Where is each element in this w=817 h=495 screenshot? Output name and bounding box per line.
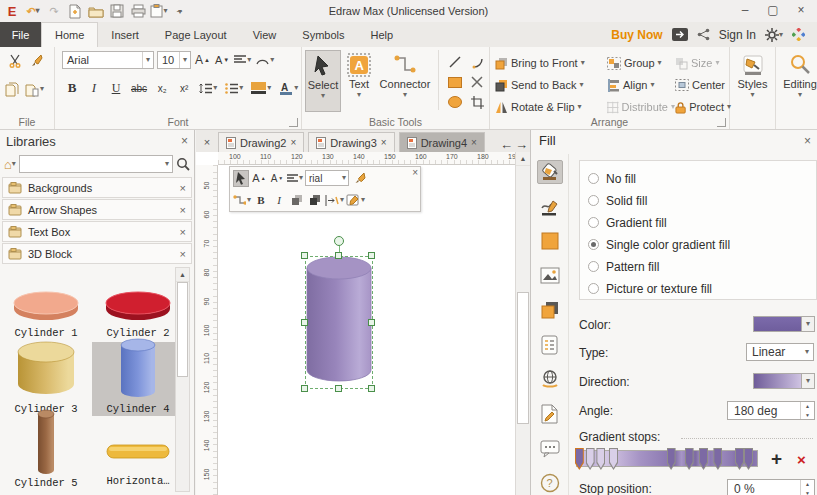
mini-italic-button[interactable]: I: [271, 192, 287, 209]
comment-tab-icon[interactable]: [537, 437, 563, 461]
distribute-button[interactable]: Distribute▾: [607, 97, 675, 117]
angle-down-icon[interactable]: ▼: [801, 411, 814, 420]
close-window-button[interactable]: ×: [787, 0, 815, 20]
gradient-stop-70[interactable]: [699, 448, 708, 470]
shape-cylinder-4[interactable]: Cylinder 4: [92, 342, 184, 416]
menu-tab-insert[interactable]: Insert: [98, 22, 152, 47]
mini-spacing-button[interactable]: ▾: [325, 192, 344, 209]
bullet-list-button[interactable]: ▾: [224, 79, 244, 97]
text-highlight-button[interactable]: ▾: [250, 79, 272, 97]
shadow-tab-icon[interactable]: [537, 298, 563, 322]
library-close-icon[interactable]: ×: [180, 182, 186, 194]
font-family-combo[interactable]: Arial ▾: [62, 51, 154, 69]
mini-format-painter-button[interactable]: [351, 170, 367, 187]
radio-icon[interactable]: [588, 195, 599, 206]
page-setup-tab-icon[interactable]: [537, 333, 563, 357]
fill-option-gradient-fill[interactable]: Gradient fill: [588, 213, 816, 232]
shape-cylinder-5[interactable]: Cylinder 5: [0, 416, 92, 490]
fill-option-solid-fill[interactable]: Solid fill: [588, 191, 816, 210]
menu-tab-home[interactable]: Home: [41, 22, 98, 47]
line-tool-button[interactable]: [447, 53, 463, 71]
font-dialog-launcher[interactable]: [289, 118, 298, 127]
fill-option-picture-or-texture-fill[interactable]: Picture or texture fill: [588, 279, 816, 298]
rotation-handle[interactable]: [334, 236, 344, 246]
resize-handle-ne[interactable]: [368, 252, 375, 259]
library-item-arrow-shapes[interactable]: Arrow Shapes×: [2, 199, 192, 220]
italic-button[interactable]: I: [86, 79, 102, 97]
rotate-flip-button[interactable]: Rotate & Flip▾: [495, 97, 607, 117]
resize-handle-sw[interactable]: [301, 385, 308, 392]
underline-button[interactable]: U: [108, 79, 124, 97]
resize-handle-s[interactable]: [335, 385, 342, 392]
direction-dropdown-icon[interactable]: ▾: [802, 373, 815, 389]
sidebar-scroll-up-icon[interactable]: ▲: [176, 268, 189, 282]
gradient-stop-78[interactable]: [713, 448, 722, 470]
radio-icon[interactable]: [588, 283, 599, 294]
shape-partial[interactable]: [92, 490, 184, 495]
gradient-stops-bar[interactable]: [576, 450, 758, 467]
mini-bold-button[interactable]: B: [253, 192, 269, 209]
bold-button[interactable]: B: [64, 79, 80, 97]
mini-align-button[interactable]: ▾: [287, 170, 303, 187]
stop-down-icon[interactable]: ▼: [801, 489, 814, 495]
font-color-button[interactable]: A▾: [278, 79, 299, 97]
cut-button[interactable]: [7, 52, 23, 70]
canvas-scroll-up-icon[interactable]: ▲: [516, 152, 530, 166]
text-align-button[interactable]: ▾: [233, 51, 252, 69]
shape-cylinder-1[interactable]: Cylinder 1: [0, 268, 92, 342]
styles-button[interactable]: Styles ▾: [731, 50, 775, 112]
library-home-button[interactable]: ⌂▾: [4, 157, 16, 172]
search-icon[interactable]: [176, 157, 190, 171]
file-menu-button[interactable]: File: [0, 22, 41, 47]
picture-tab-icon[interactable]: [537, 264, 563, 288]
drawing-tab-drawing2[interactable]: Drawing2×: [218, 132, 304, 152]
hyperlink-tab-icon[interactable]: [537, 368, 563, 392]
menu-tab-page-layout[interactable]: Page Layout: [152, 22, 240, 47]
canvas-vertical-scrollbar[interactable]: ▲: [515, 152, 530, 495]
library-close-icon[interactable]: ×: [180, 226, 186, 238]
resize-handle-se[interactable]: [368, 385, 375, 392]
color-dropdown-icon[interactable]: ▾: [802, 316, 815, 332]
language-pinwheel-icon[interactable]: [792, 28, 805, 41]
stop-up-icon[interactable]: ▲: [801, 480, 814, 489]
sidebar-scrollbar[interactable]: ▲: [175, 267, 190, 492]
tab-close-icon[interactable]: ×: [381, 137, 387, 148]
rectangle-tool-button[interactable]: [447, 73, 463, 91]
library-item-backgrounds[interactable]: Backgrounds×: [2, 177, 192, 198]
gradient-stop-62[interactable]: [685, 448, 694, 470]
fill-option-single-color-gradient-fill[interactable]: Single color gradient fill: [588, 235, 816, 254]
stop-position-spinner[interactable]: 0 % ▲▼: [727, 479, 815, 495]
resize-handle-e[interactable]: [368, 319, 375, 326]
angle-up-icon[interactable]: ▲: [801, 402, 814, 411]
tab-close-icon[interactable]: ×: [471, 137, 477, 148]
line-spacing-button[interactable]: ▾: [198, 79, 218, 97]
type-dropdown[interactable]: Linear▾: [746, 343, 814, 361]
mini-connector-button[interactable]: ▾: [233, 192, 251, 209]
shape-cylinder-3[interactable]: Cylinder 3: [0, 342, 92, 416]
subscript-button[interactable]: x₂: [154, 79, 170, 97]
library-close-icon[interactable]: ×: [180, 248, 186, 260]
bring-to-front-button[interactable]: Bring to Front▾: [495, 53, 607, 73]
editing-button[interactable]: Editing ▾: [778, 50, 817, 112]
angle-spinner[interactable]: 180 deg ▲▼: [727, 401, 815, 420]
library-close-icon[interactable]: ×: [180, 204, 186, 216]
superscript-button[interactable]: x²: [176, 79, 192, 97]
resize-handle-w[interactable]: [301, 319, 308, 326]
copy-button[interactable]: [4, 80, 20, 98]
delete-stop-button[interactable]: ×: [797, 451, 806, 468]
export-image-icon[interactable]: [672, 28, 688, 41]
libraries-close-icon[interactable]: ×: [181, 134, 188, 148]
resize-handle-nw[interactable]: [301, 252, 308, 259]
connector-tool-button[interactable]: Connector ▾: [377, 50, 433, 112]
sidebar-scroll-thumb[interactable]: [177, 282, 188, 377]
menu-tab-help[interactable]: Help: [357, 22, 406, 47]
center-button[interactable]: Center: [675, 75, 731, 95]
canvas-scroll-thumb[interactable]: [517, 292, 529, 424]
library-search-input[interactable]: ▾: [19, 155, 173, 173]
crop-tool-button[interactable]: [469, 93, 485, 111]
arrange-dialog-launcher[interactable]: [717, 118, 726, 127]
add-stop-button[interactable]: +: [771, 448, 782, 470]
decrease-font-button[interactable]: A▼: [214, 51, 230, 69]
paste-button[interactable]: ▾: [24, 80, 45, 98]
minimize-button[interactable]: –: [731, 0, 759, 20]
